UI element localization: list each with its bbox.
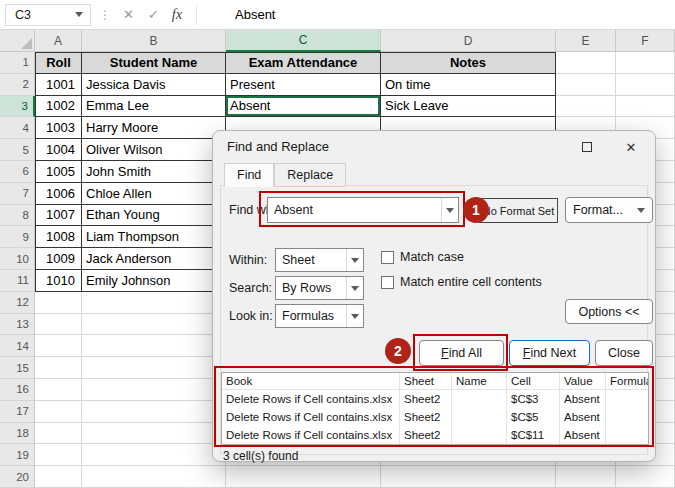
cell-E1[interactable] bbox=[556, 52, 616, 74]
cell-F2[interactable] bbox=[616, 74, 675, 96]
chevron-down-icon[interactable] bbox=[346, 277, 363, 299]
row-header-12[interactable]: 12 bbox=[0, 292, 35, 314]
cell-A3[interactable]: 1002 bbox=[35, 96, 82, 118]
column-header-A[interactable]: A bbox=[35, 30, 82, 52]
name-box-dropdown-icon[interactable] bbox=[75, 12, 83, 17]
cell-A4[interactable]: 1003 bbox=[35, 117, 82, 139]
options-button[interactable]: Options << bbox=[565, 299, 653, 324]
cell-C2[interactable]: Present bbox=[226, 74, 381, 96]
cell-D1[interactable]: Notes bbox=[381, 52, 556, 74]
column-header-C[interactable]: C bbox=[226, 30, 381, 52]
row-header-16[interactable]: 16 bbox=[0, 379, 35, 401]
format-button[interactable]: Format... bbox=[565, 197, 653, 223]
search-dropdown[interactable]: By Rows bbox=[275, 276, 364, 300]
cell-B7[interactable]: Chloe Allen bbox=[82, 183, 226, 205]
row-header-20[interactable]: 20 bbox=[0, 466, 35, 488]
row-header-6[interactable]: 6 bbox=[0, 161, 35, 183]
cell-A1[interactable]: Roll bbox=[35, 52, 82, 74]
cell-F3[interactable] bbox=[616, 96, 675, 118]
cell-E3[interactable] bbox=[556, 96, 616, 118]
cell-A7[interactable]: 1006 bbox=[35, 183, 82, 205]
find-next-button[interactable]: Find Next bbox=[509, 340, 590, 366]
row-header-17[interactable]: 17 bbox=[0, 401, 35, 423]
row-header-8[interactable]: 8 bbox=[0, 205, 35, 227]
cell-C1[interactable]: Exam Attendance bbox=[226, 52, 381, 74]
cell-E2[interactable] bbox=[556, 74, 616, 96]
column-header-E[interactable]: E bbox=[556, 30, 616, 52]
row-header-2[interactable]: 2 bbox=[0, 74, 35, 96]
cell-B19[interactable] bbox=[82, 444, 226, 466]
cell-B13[interactable] bbox=[82, 314, 226, 336]
cell-A10[interactable]: 1009 bbox=[35, 248, 82, 270]
name-box[interactable]: C3 bbox=[5, 4, 91, 26]
row-header-19[interactable]: 19 bbox=[0, 444, 35, 466]
cell-C20[interactable] bbox=[226, 466, 381, 488]
formula-input[interactable]: Absent bbox=[235, 7, 275, 22]
tab-replace[interactable]: Replace bbox=[274, 163, 346, 187]
result-row[interactable]: Delete Rows if Cell contains.xlsxSheet2$… bbox=[222, 408, 648, 426]
row-header-7[interactable]: 7 bbox=[0, 183, 35, 205]
cell-A5[interactable]: 1004 bbox=[35, 139, 82, 161]
close-button[interactable]: Close bbox=[595, 340, 653, 366]
cell-A2[interactable]: 1001 bbox=[35, 74, 82, 96]
match-case-checkbox[interactable]: Match case bbox=[381, 250, 464, 264]
row-header-4[interactable]: 4 bbox=[0, 117, 35, 139]
row-header-13[interactable]: 13 bbox=[0, 314, 35, 336]
cell-B12[interactable] bbox=[82, 292, 226, 314]
cell-A13[interactable] bbox=[35, 314, 82, 336]
maximize-button[interactable] bbox=[565, 132, 609, 162]
chevron-down-icon[interactable] bbox=[441, 198, 458, 222]
find-what-combobox[interactable]: Absent bbox=[267, 197, 459, 223]
result-row[interactable]: Delete Rows if Cell contains.xlsxSheet2$… bbox=[222, 390, 648, 408]
cell-A14[interactable] bbox=[35, 335, 82, 357]
cell-A8[interactable]: 1007 bbox=[35, 205, 82, 227]
cell-A16[interactable] bbox=[35, 379, 82, 401]
cell-B18[interactable] bbox=[82, 423, 226, 445]
row-header-11[interactable]: 11 bbox=[0, 270, 35, 292]
enter-icon[interactable]: ✓ bbox=[148, 7, 159, 22]
format-dropdown-icon[interactable] bbox=[637, 208, 645, 213]
cell-A11[interactable]: 1010 bbox=[35, 270, 82, 292]
cancel-icon[interactable]: ✕ bbox=[123, 7, 134, 22]
row-header-14[interactable]: 14 bbox=[0, 335, 35, 357]
chevron-down-icon[interactable] bbox=[346, 249, 363, 271]
row-header-5[interactable]: 5 bbox=[0, 139, 35, 161]
cell-B4[interactable]: Harry Moore bbox=[82, 117, 226, 139]
row-header-10[interactable]: 10 bbox=[0, 248, 35, 270]
cell-B9[interactable]: Liam Thompson bbox=[82, 226, 226, 248]
cell-A19[interactable] bbox=[35, 444, 82, 466]
cell-B17[interactable] bbox=[82, 401, 226, 423]
row-header-1[interactable]: 1 bbox=[0, 52, 35, 74]
tab-find[interactable]: Find bbox=[224, 163, 274, 187]
cell-F20[interactable] bbox=[616, 466, 675, 488]
cell-B3[interactable]: Emma Lee bbox=[82, 96, 226, 118]
cell-B2[interactable]: Jessica Davis bbox=[82, 74, 226, 96]
column-header-B[interactable]: B bbox=[82, 30, 226, 52]
select-all-corner[interactable] bbox=[0, 30, 35, 52]
column-header-D[interactable]: D bbox=[381, 30, 556, 52]
chevron-down-icon[interactable] bbox=[346, 305, 363, 327]
cell-D20[interactable] bbox=[381, 466, 556, 488]
close-icon[interactable]: ✕ bbox=[609, 132, 653, 162]
cell-A12[interactable] bbox=[35, 292, 82, 314]
cell-F1[interactable] bbox=[616, 52, 675, 74]
cell-B5[interactable]: Oliver Wilson bbox=[82, 139, 226, 161]
cell-B10[interactable]: Jack Anderson bbox=[82, 248, 226, 270]
cell-A9[interactable]: 1008 bbox=[35, 226, 82, 248]
row-header-3[interactable]: 3 bbox=[0, 96, 35, 118]
match-entire-checkbox[interactable]: Match entire cell contents bbox=[381, 275, 542, 289]
cell-A20[interactable] bbox=[35, 466, 82, 488]
row-header-18[interactable]: 18 bbox=[0, 423, 35, 445]
cell-B14[interactable] bbox=[82, 335, 226, 357]
cell-B11[interactable]: Emily Johnson bbox=[82, 270, 226, 292]
row-header-15[interactable]: 15 bbox=[0, 357, 35, 379]
find-all-button[interactable]: Find All bbox=[419, 340, 504, 366]
row-header-9[interactable]: 9 bbox=[0, 226, 35, 248]
insert-function-icon[interactable]: fx bbox=[172, 6, 182, 23]
cell-B8[interactable]: Ethan Young bbox=[82, 205, 226, 227]
cell-C3[interactable]: Absent bbox=[226, 96, 381, 118]
within-dropdown[interactable]: Sheet bbox=[275, 248, 364, 272]
cell-B20[interactable] bbox=[82, 466, 226, 488]
column-header-F[interactable]: F bbox=[616, 30, 675, 52]
cell-A15[interactable] bbox=[35, 357, 82, 379]
